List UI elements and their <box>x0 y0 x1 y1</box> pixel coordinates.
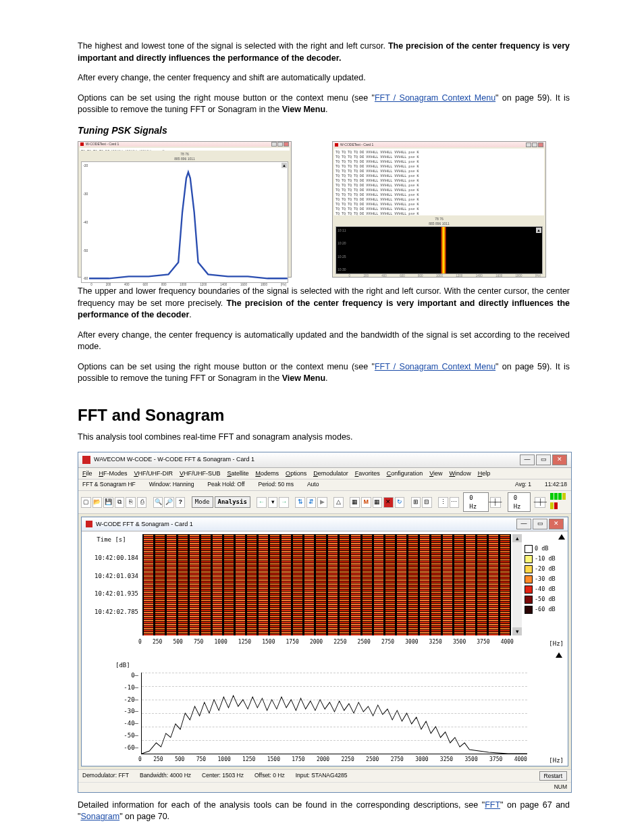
app-icon <box>86 521 92 527</box>
restart-button[interactable]: Restart <box>539 771 567 781</box>
maximize-icon[interactable] <box>532 142 537 147</box>
status-period: Period: 50 ms <box>258 481 293 489</box>
sonagram-plot: 10:1110:2010:2510:30 0200400600800100012… <box>336 226 543 274</box>
prev-icon[interactable]: ← <box>257 497 267 508</box>
x-axis: 0250500750100012501500175020002250250027… <box>82 638 568 648</box>
titlebar: W-CODEText - Card 1 <box>333 142 545 147</box>
screenshot-sonagram-tuning: W-CODEText - Card 1 TQ TQ TQ TQ DE VVV4L… <box>332 141 546 278</box>
refresh-icon[interactable]: ↻ <box>395 497 405 508</box>
tool-icon[interactable]: ▦ <box>350 497 360 508</box>
menu-item[interactable]: VHF/UHF-DIR <box>134 469 173 478</box>
menu-item[interactable]: Modems <box>256 469 279 478</box>
minimize-icon[interactable]: — <box>516 519 531 529</box>
collapse-icon[interactable] <box>556 652 562 658</box>
minimize-icon[interactable]: — <box>520 454 535 465</box>
menu-item[interactable]: Satellite <box>227 469 249 478</box>
link-fft-sonagram-menu[interactable]: FFT / Sonagram Context Menu <box>375 93 495 103</box>
zoom-out-icon[interactable]: 🔎 <box>164 497 174 508</box>
new-icon[interactable]: ▢ <box>81 497 91 508</box>
close-icon[interactable] <box>284 142 289 147</box>
menu-item[interactable]: Window <box>450 469 471 478</box>
axis-label-time: Time [s] <box>84 536 138 544</box>
menu-item[interactable]: Options <box>286 469 306 478</box>
time-tick: 10:42:00.184 <box>84 554 138 563</box>
status-auto: Auto <box>307 481 319 489</box>
link-fft-sonagram-menu[interactable]: FFT / Sonagram Context Menu <box>375 362 495 371</box>
mode-button[interactable]: Mode <box>192 496 213 508</box>
scroll-up-icon[interactable]: ▲ <box>536 228 541 233</box>
x-axis: 0250500750100012501500175020002250250027… <box>82 756 568 766</box>
menu-item[interactable]: File <box>82 469 92 478</box>
close-icon[interactable]: ✕ <box>549 519 564 529</box>
dropdown-icon[interactable]: ▾ <box>268 497 278 508</box>
menu-item[interactable]: View <box>429 469 442 478</box>
zoom-in-icon[interactable]: 🔍 <box>153 497 163 508</box>
tool-icon[interactable]: ⇅ <box>295 497 305 508</box>
tool-icon[interactable]: M <box>361 497 371 508</box>
open-icon[interactable]: 📂 <box>92 497 103 508</box>
paragraph: Options can be set using the right mouse… <box>78 361 570 385</box>
menu-item[interactable]: Configuration <box>387 469 423 478</box>
status-demodulator: Demodulator: FFT <box>82 772 129 780</box>
next-icon[interactable]: → <box>279 497 289 508</box>
heading-tuning-psk: Tuning PSK Signals <box>78 124 570 138</box>
tool-icon[interactable]: ✕ <box>383 497 394 508</box>
print-icon[interactable]: ⎙ <box>137 497 147 508</box>
tune-icon[interactable]: ─┼─ <box>490 497 501 508</box>
toolbar: ▢ 📂 💾 ⧉ ⎘ ⎙ 🔍 🔎 ? Mode Analysis ← ▾ → ⇅ … <box>78 491 571 514</box>
tool-icon[interactable]: ⊞ <box>411 497 421 508</box>
minimize-icon[interactable] <box>271 142 277 147</box>
help-icon[interactable]: ? <box>176 497 186 508</box>
paragraph: This analysis tool combines real-time FF… <box>78 432 570 444</box>
maximize-icon[interactable]: ▭ <box>533 519 547 529</box>
sonagram-canvas <box>142 534 511 635</box>
legend-item: -30 dB <box>525 575 565 583</box>
save-icon[interactable]: 💾 <box>103 497 113 508</box>
frequency-display: 0 Hz <box>463 492 488 512</box>
maximize-icon[interactable]: ▭ <box>536 454 551 465</box>
menu-item[interactable]: VHF/UHF-SUB <box>180 469 221 478</box>
decoder-text-pane: TQ TQ TQ TQ DE VVV4LL VVV4LL VVV4LL pse … <box>334 149 544 215</box>
close-icon[interactable]: ✕ <box>552 454 567 465</box>
analysis-button[interactable]: Analysis <box>215 496 250 508</box>
status-bandwidth: Bandwidth: 4000 Hz <box>140 772 191 780</box>
tool-icon[interactable]: ⇵ <box>306 497 317 508</box>
link-fft[interactable]: FFT <box>485 800 500 810</box>
legend-item: 0 dB <box>525 545 565 553</box>
paste-icon[interactable]: ⎘ <box>126 497 136 508</box>
scroll-up-icon[interactable]: ▲ <box>281 163 287 168</box>
paragraph: After every change, the center frequency… <box>78 330 570 353</box>
db-legend: 0 dB-10 dB-20 dB-30 dB-40 dB-50 dB-60 dB <box>522 531 568 638</box>
menu-item[interactable]: HF-Modes <box>99 469 128 478</box>
tool-icon[interactable]: ⋯ <box>450 497 460 508</box>
titlebar: W-CODEText - Card 1 <box>78 142 291 147</box>
tool-icon[interactable]: ⋮ <box>438 497 448 508</box>
status-window: Window: Hanning <box>149 481 194 489</box>
scrollbar[interactable]: ▴ ▾ <box>512 534 522 635</box>
collapse-icon[interactable] <box>558 534 565 540</box>
y-axis: 0—-10—-20—-30—-40—-50—-60— <box>82 670 141 754</box>
app-icon <box>335 143 338 147</box>
tool-icon[interactable]: ⊟ <box>422 497 432 508</box>
tune-icon[interactable]: ─┼─ <box>535 497 545 508</box>
app-icon <box>80 142 84 146</box>
menu-item[interactable]: Favorites <box>355 469 380 478</box>
paragraph: The upper and lower frequency boundaries… <box>78 286 570 321</box>
tool-icon[interactable]: △ <box>333 497 344 508</box>
menu-item[interactable]: Demodulator <box>313 469 348 478</box>
app-icon <box>82 456 90 464</box>
minimize-icon[interactable] <box>526 142 531 147</box>
tool-icon[interactable]: ▦ <box>373 497 383 508</box>
play-icon[interactable]: ▶ <box>317 497 327 508</box>
copy-icon[interactable]: ⧉ <box>115 497 125 508</box>
maximize-icon[interactable] <box>277 142 283 147</box>
legend-item: -40 dB <box>525 585 565 594</box>
link-sonagram[interactable]: Sonagram <box>80 812 119 821</box>
axis-label-db: [dB] <box>82 661 568 670</box>
menu-item[interactable]: Help <box>478 469 491 478</box>
close-icon[interactable] <box>538 142 543 147</box>
spectrum-canvas <box>141 673 527 754</box>
paragraph: Options can be set using the right mouse… <box>78 93 570 116</box>
legend-item: -20 dB <box>525 565 565 573</box>
paragraph: After every change, the center frequency… <box>78 72 570 84</box>
